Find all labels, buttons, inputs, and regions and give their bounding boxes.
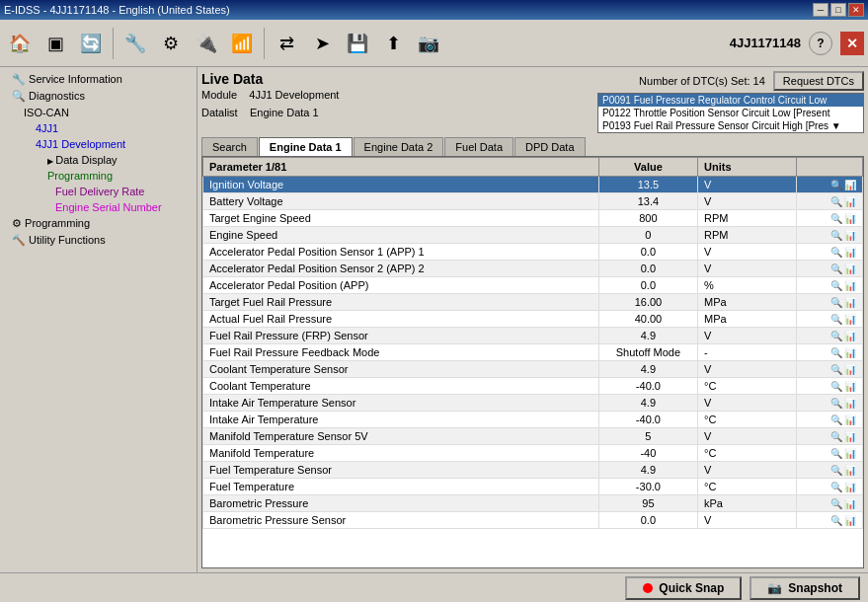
search-row-icon[interactable]: 🔍 [830, 180, 842, 190]
sidebar-item-engine-serial-number[interactable]: Engine Serial Number [0, 199, 197, 215]
panel-icon[interactable]: ▣ [39, 28, 71, 59]
sidebar-item-data-display[interactable]: Data Display [0, 152, 197, 168]
help-button[interactable]: ? [809, 32, 832, 55]
table-row[interactable]: Barometric Pressure Sensor0.0V🔍📊 [203, 512, 863, 529]
search-row-icon[interactable]: 🔍 [830, 381, 842, 392]
exit-button[interactable]: ✕ [840, 32, 864, 55]
search-row-icon[interactable]: 🔍 [830, 196, 842, 207]
search-row-icon[interactable]: 🔍 [830, 331, 842, 341]
sidebar-item-iso-can[interactable]: ISO-CAN [0, 105, 197, 120]
chart-row-icon[interactable]: 📊 [844, 213, 856, 224]
table-row[interactable]: Target Fuel Rail Pressure16.00MPa🔍📊 [203, 294, 863, 311]
signal-icon[interactable]: 📶 [226, 28, 258, 59]
table-row[interactable]: Fuel Rail Pressure Feedback ModeShutoff … [203, 344, 863, 361]
sidebar-item-fuel-delivery-rate[interactable]: Fuel Delivery Rate [0, 184, 197, 199]
request-dtcs-button[interactable]: Request DTCs [773, 71, 864, 91]
tab-fuel-data[interactable]: Fuel Data [444, 137, 513, 156]
table-row[interactable]: Ignition Voltage13.5V🔍📊 [203, 177, 863, 193]
search-row-icon[interactable]: 🔍 [830, 414, 842, 425]
chart-row-icon[interactable]: 📊 [844, 364, 856, 375]
dtc-item-2[interactable]: P0193 Fuel Rail Pressure Sensor Circuit … [598, 119, 863, 132]
search-row-icon[interactable]: 🔍 [830, 280, 842, 291]
snapshot-button[interactable]: 📷 Snapshot [750, 576, 860, 600]
chart-row-icon[interactable]: 📊 [844, 381, 856, 392]
search-row-icon[interactable]: 🔍 [830, 213, 842, 224]
search-row-icon[interactable]: 🔍 [830, 263, 842, 274]
search-row-icon[interactable]: 🔍 [830, 465, 842, 476]
table-row[interactable]: Actual Fuel Rail Pressure40.00MPa🔍📊 [203, 311, 863, 328]
sidebar-item-programming[interactable]: Programming [0, 168, 197, 184]
table-row[interactable]: Manifold Temperature Sensor 5V5V🔍📊 [203, 428, 863, 445]
arrow-icon[interactable]: ➤ [306, 28, 338, 59]
sidebar-item-programming-top[interactable]: ⚙ Programming [0, 215, 197, 232]
tab-dpd-data[interactable]: DPD Data [514, 137, 586, 156]
dtc-item-1[interactable]: P0122 Throttle Position Sensor Circuit L… [598, 107, 863, 119]
chart-row-icon[interactable]: 📊 [844, 347, 856, 358]
search-row-icon[interactable]: 🔍 [830, 482, 842, 492]
sidebar-item-service-information[interactable]: 🔧 Service Information [0, 71, 197, 88]
chart-row-icon[interactable]: 📊 [844, 180, 856, 190]
close-button[interactable]: ✕ [848, 3, 864, 17]
sidebar-item-diagnostics[interactable]: 🔍 Diagnostics [0, 88, 197, 105]
table-row[interactable]: Accelerator Pedal Position (APP)0.0%🔍📊 [203, 277, 863, 294]
chart-row-icon[interactable]: 📊 [844, 515, 856, 526]
device-icon[interactable]: 📷 [413, 28, 444, 59]
chart-row-icon[interactable]: 📊 [844, 498, 856, 509]
search-row-icon[interactable]: 🔍 [830, 230, 842, 241]
sidebar-item-utility-functions[interactable]: 🔨 Utility Functions [0, 232, 197, 249]
table-row[interactable]: Fuel Temperature-30.0°C🔍📊 [203, 479, 863, 495]
search-row-icon[interactable]: 🔍 [830, 364, 842, 375]
search-row-icon[interactable]: 🔍 [830, 314, 842, 325]
chart-row-icon[interactable]: 📊 [844, 431, 856, 442]
chart-row-icon[interactable]: 📊 [844, 398, 856, 409]
table-row[interactable]: Manifold Temperature-40°C🔍📊 [203, 445, 863, 462]
chart-row-icon[interactable]: 📊 [844, 414, 856, 425]
chart-row-icon[interactable]: 📊 [844, 448, 856, 459]
table-row[interactable]: Intake Air Temperature Sensor4.9V🔍📊 [203, 395, 863, 412]
maximize-button[interactable]: □ [830, 3, 846, 17]
chart-row-icon[interactable]: 📊 [844, 297, 856, 308]
table-row[interactable]: Engine Speed0RPM🔍📊 [203, 227, 863, 244]
search-row-icon[interactable]: 🔍 [830, 431, 842, 442]
chart-row-icon[interactable]: 📊 [844, 196, 856, 207]
chart-row-icon[interactable]: 📊 [844, 247, 856, 258]
minimize-button[interactable]: ─ [813, 3, 829, 17]
table-row[interactable]: Coolant Temperature Sensor4.9V🔍📊 [203, 361, 863, 378]
chart-row-icon[interactable]: 📊 [844, 482, 856, 492]
home-icon[interactable]: 🏠 [4, 28, 36, 59]
tab-engine-data-1[interactable]: Engine Data 1 [259, 137, 353, 156]
quick-snap-button[interactable]: Quick Snap [625, 576, 742, 600]
refresh-icon[interactable]: 🔄 [75, 28, 107, 59]
table-row[interactable]: Fuel Temperature Sensor4.9V🔍📊 [203, 462, 863, 479]
chart-row-icon[interactable]: 📊 [844, 314, 856, 325]
diagnostics-icon[interactable]: 🔧 [119, 28, 151, 59]
data-table-scroll[interactable]: Parameter 1/81 Value Units Ignition Volt… [202, 157, 863, 567]
tab-search[interactable]: Search [201, 137, 258, 156]
search-row-icon[interactable]: 🔍 [830, 247, 842, 258]
dtc-item-0[interactable]: P0091 Fuel Pressure Regulator Control Ci… [598, 94, 863, 107]
table-row[interactable]: Target Engine Speed800RPM🔍📊 [203, 210, 863, 227]
sidebar-item-4jj1-development[interactable]: 4JJ1 Development [0, 136, 197, 152]
settings-icon[interactable]: ⚙ [155, 28, 187, 59]
table-row[interactable]: Coolant Temperature-40.0°C🔍📊 [203, 378, 863, 395]
search-row-icon[interactable]: 🔍 [830, 297, 842, 308]
chart-row-icon[interactable]: 📊 [844, 263, 856, 274]
search-row-icon[interactable]: 🔍 [830, 515, 842, 526]
table-row[interactable]: Accelerator Pedal Position Sensor 2 (APP… [203, 261, 863, 277]
transfer-icon[interactable]: ⇄ [271, 28, 302, 59]
table-row[interactable]: Barometric Pressure95kPa🔍📊 [203, 495, 863, 512]
table-row[interactable]: Accelerator Pedal Position Sensor 1 (APP… [203, 244, 863, 261]
tab-engine-data-2[interactable]: Engine Data 2 [354, 137, 444, 156]
chart-row-icon[interactable]: 📊 [844, 331, 856, 341]
upload-icon[interactable]: ⬆ [377, 28, 409, 59]
search-row-icon[interactable]: 🔍 [830, 347, 842, 358]
search-row-icon[interactable]: 🔍 [830, 398, 842, 409]
connection-icon[interactable]: 🔌 [191, 28, 222, 59]
sidebar-item-4jj1[interactable]: 4JJ1 [0, 120, 197, 136]
chart-row-icon[interactable]: 📊 [844, 280, 856, 291]
table-row[interactable]: Battery Voltage13.4V🔍📊 [203, 193, 863, 210]
chart-row-icon[interactable]: 📊 [844, 465, 856, 476]
search-row-icon[interactable]: 🔍 [830, 498, 842, 509]
chart-row-icon[interactable]: 📊 [844, 230, 856, 241]
table-row[interactable]: Intake Air Temperature-40.0°C🔍📊 [203, 412, 863, 428]
